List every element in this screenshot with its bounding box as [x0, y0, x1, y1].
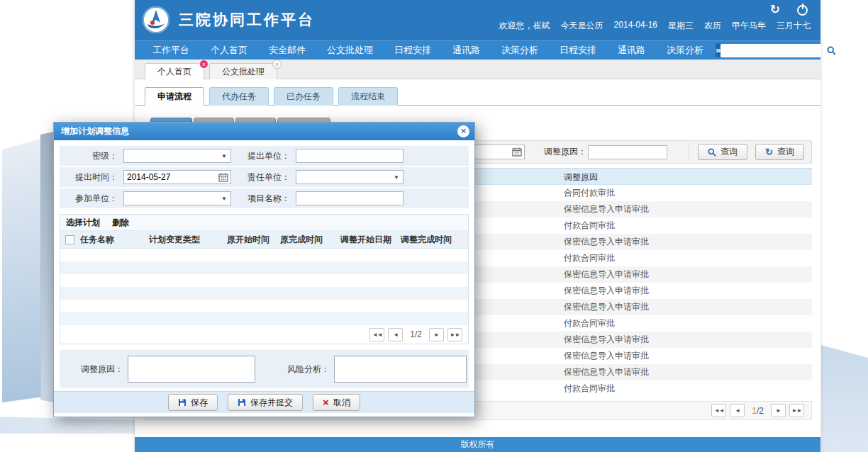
top-header: 三院协同工作平台 ↻ 欢迎您，崔斌 今天是公历 2014-04-16 星期三 农…	[135, 0, 820, 40]
delete-plan-link[interactable]: 删除	[112, 217, 129, 229]
nav-item[interactable]: 决策分析	[656, 41, 714, 60]
nav-search-button[interactable]	[824, 43, 839, 58]
save-icon	[238, 398, 246, 407]
next-page-button[interactable]: ►	[429, 328, 444, 341]
plan-table-body	[60, 249, 468, 325]
empty-row	[60, 261, 468, 274]
dialog-form: 密级： ▼ 提出单位： 提出时间：	[60, 146, 469, 210]
adjust-reason-label: 调整原因：	[60, 363, 123, 375]
reset-query-button[interactable]: ↻ 查询	[755, 144, 804, 160]
tab-close-icon[interactable]: ×	[199, 60, 208, 69]
weekday-text: 星期三	[668, 20, 694, 32]
propose-time-label: 提出时间：	[60, 171, 118, 183]
plan-column-header: 调整开始日期	[340, 234, 401, 246]
save-button[interactable]: 保存	[168, 394, 218, 411]
power-icon[interactable]	[797, 5, 808, 16]
nav-item[interactable]: 日程安排	[384, 41, 442, 60]
x-icon: ×	[323, 397, 329, 407]
plan-column-header: 原完成时间	[280, 234, 340, 246]
settings-label: 设置	[859, 38, 868, 62]
nav-item[interactable]: 通讯路	[442, 41, 491, 60]
filter-divider	[689, 143, 689, 161]
prev-page-button[interactable]: ◄	[388, 328, 403, 341]
settings-button[interactable]: ⚙ 设置	[848, 38, 868, 62]
adjust-reason-textarea[interactable]	[128, 356, 255, 383]
filter-reason-label: 调整原因：	[544, 146, 586, 158]
last-page-button[interactable]: ►►	[789, 404, 804, 417]
nav-item[interactable]: 工作平台	[142, 41, 200, 60]
save-submit-button[interactable]: 保存并提交	[228, 394, 303, 411]
responsible-unit-label: 责任单位：	[231, 171, 290, 183]
plan-column-header: 调整完成时间	[401, 234, 463, 246]
nav-item[interactable]: 决策分析	[491, 41, 549, 60]
refresh-icon: ↻	[765, 147, 773, 157]
empty-row	[60, 274, 468, 287]
close-icon[interactable]: ×	[457, 125, 469, 137]
nav-more-button[interactable]: »	[716, 43, 720, 57]
responsible-unit-select[interactable]: ▼	[296, 170, 404, 184]
flow-tab[interactable]: 代办任务	[209, 87, 269, 106]
participate-unit-label: 参加单位：	[60, 193, 118, 205]
window-tab-label: 公文批处理	[222, 67, 265, 77]
risk-analysis-label: 风险分析：	[255, 363, 330, 375]
search-icon	[708, 148, 716, 157]
window-tab[interactable]: 公文批处理×	[209, 63, 277, 79]
propose-time-input[interactable]	[124, 172, 218, 182]
save-submit-button-label: 保存并提交	[250, 397, 293, 409]
flow-tabs: 申请流程代办任务已办任务流程结束	[135, 79, 820, 106]
save-button-label: 保存	[191, 397, 208, 409]
filter-reason-input[interactable]	[588, 145, 667, 159]
main-nav: 工作平台个人首页安全邮件公文批处理日程安排通讯路决策分析日程安排通讯路决策分析 …	[135, 40, 820, 60]
nav-menu: 工作平台个人首页安全邮件公文批处理日程安排通讯路决策分析日程安排通讯路决策分析	[142, 41, 714, 60]
risk-analysis-textarea[interactable]	[334, 356, 467, 383]
flow-tab[interactable]: 已办任务	[274, 87, 333, 106]
header-info: 欢迎您，崔斌 今天是公历 2014-04-16 星期三 农历 甲午马年 三月十七	[499, 20, 811, 32]
select-all-checkbox[interactable]	[65, 235, 74, 244]
decor-left-shape	[2, 139, 41, 402]
nav-item[interactable]: 安全邮件	[258, 41, 316, 60]
lunar-day: 三月十七	[777, 20, 811, 32]
refresh-icon[interactable]: ↻	[770, 4, 780, 16]
cancel-button[interactable]: × 取消	[313, 394, 360, 411]
reset-button-label: 查询	[777, 146, 794, 158]
chevron-down-icon: ▼	[394, 174, 399, 181]
chevron-down-icon: ▼	[221, 196, 227, 202]
flow-tab[interactable]: 申请流程	[145, 87, 204, 106]
dialog-footer: 保存 保存并提交 × 取消	[54, 391, 474, 413]
welcome-text: 欢迎您，崔斌	[499, 20, 550, 32]
plan-section: 选择计划 删除 任务名称计划变更类型原开始时间原完成时间调整开始日期调整完成时间…	[60, 214, 469, 344]
page-indicator: 1/2	[410, 329, 422, 339]
nav-item[interactable]: 公文批处理	[316, 41, 384, 60]
first-page-button[interactable]: ◄◄	[369, 328, 384, 341]
search-icon	[827, 46, 836, 55]
participate-unit-select[interactable]: ▼	[123, 191, 231, 205]
query-button[interactable]: 查询	[698, 144, 747, 160]
nav-item[interactable]: 通讯路	[607, 41, 656, 60]
last-page-button[interactable]: ►►	[447, 328, 462, 341]
nav-search-input[interactable]	[720, 44, 821, 57]
calendar-icon[interactable]	[218, 173, 228, 182]
tab-close-icon[interactable]: ×	[272, 60, 282, 69]
empty-row	[60, 287, 468, 300]
first-page-button[interactable]: ◄◄	[711, 404, 726, 417]
secrecy-select[interactable]: ▼	[123, 149, 231, 163]
window-tab[interactable]: 个人首页×	[145, 63, 204, 79]
decor-left-fold	[40, 132, 54, 402]
dialog-bottom-form: 调整原因： 风险分析：	[60, 350, 469, 388]
next-page-button[interactable]: ►	[771, 404, 786, 417]
select-plan-link[interactable]: 选择计划	[66, 217, 100, 229]
window-tabs: 个人首页×公文批处理×	[135, 60, 820, 79]
project-name-input[interactable]	[296, 191, 404, 205]
nav-item[interactable]: 个人首页	[200, 41, 258, 60]
propose-unit-input[interactable]	[296, 149, 404, 163]
project-name-label: 项目名称：	[231, 193, 290, 205]
casic-logo	[142, 6, 170, 34]
nav-item[interactable]: 日程安排	[549, 41, 607, 60]
flow-tab[interactable]: 流程结束	[338, 87, 398, 106]
app-title: 三院协同工作平台	[179, 10, 315, 30]
plan-column-header: 原开始时间	[227, 234, 280, 246]
prev-page-button[interactable]: ◄	[730, 404, 745, 417]
calendar-icon[interactable]	[512, 147, 522, 157]
query-button-label: 查询	[720, 146, 738, 158]
save-icon	[178, 398, 187, 407]
